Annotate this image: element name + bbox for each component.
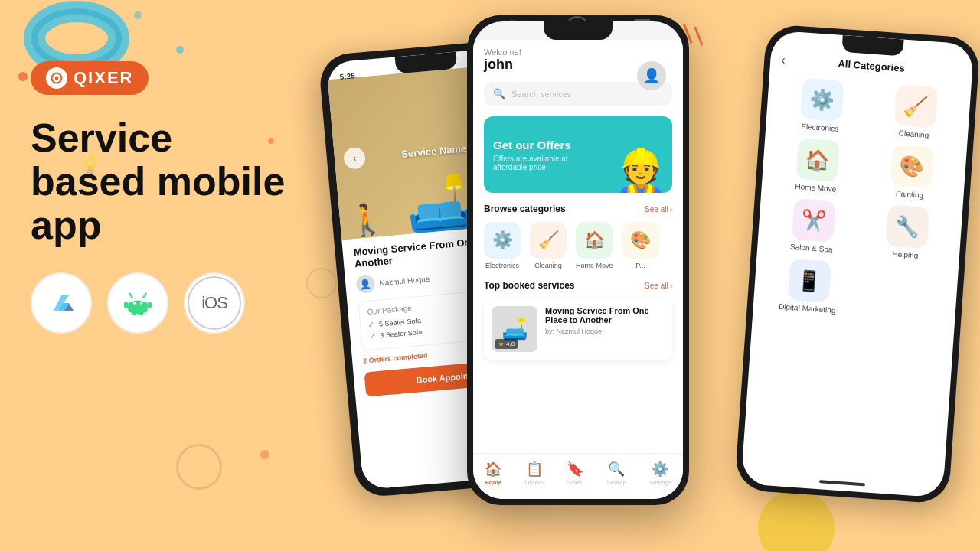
- nav-settings[interactable]: ⚙️ Settings: [649, 461, 671, 486]
- ios-label: iOS: [188, 276, 241, 330]
- phone-1-time: 5:25: [339, 71, 355, 81]
- booked-card-content: Moving Service From One Place to Another…: [545, 306, 665, 352]
- phone-2-categories: ⚙️ Electronics 🧹 Cleaning 🏠 Home Move 🎨 …: [484, 222, 672, 269]
- phone-2-banner: Get our Offers Offers are available at a…: [484, 116, 672, 193]
- browse-see-all[interactable]: See all ›: [645, 205, 672, 214]
- search-icon: 🔍: [493, 88, 505, 99]
- painting-icon: 🎨: [622, 222, 659, 259]
- phone3-cat-salon[interactable]: ✂️ Salon & Spa: [768, 197, 858, 256]
- phone3-painting-icon: 🎨: [890, 145, 934, 189]
- phone-3: ‹ All Categories ⚙️ Electronics 🧹 Cleani…: [734, 24, 980, 504]
- svg-point-17: [140, 302, 143, 305]
- phone-2-bottom-nav: 🏠 Home 📋 Orders 🔖 Saved 🔍 Search ⚙️: [473, 453, 683, 499]
- cat-electronics[interactable]: ⚙️ Electronics: [484, 222, 521, 269]
- orders-completed: 2 Orders completed: [363, 351, 428, 364]
- svg-rect-21: [139, 310, 143, 315]
- top-booked-header: Top booked services See all ›: [484, 280, 672, 291]
- nav-orders[interactable]: 📋 Orders: [524, 461, 543, 486]
- svg-point-3: [134, 11, 142, 19]
- saved-nav-icon: 🔖: [567, 461, 583, 478]
- electronics-icon: ⚙️: [484, 222, 521, 259]
- svg-point-16: [133, 302, 136, 305]
- deco-circle-1: [176, 444, 222, 490]
- booked-card[interactable]: 🛋️ ★ 4.0 Moving Service From One Place t…: [484, 298, 672, 360]
- cat-cleaning-label: Cleaning: [534, 262, 562, 269]
- svg-point-2: [18, 72, 28, 81]
- phone3-cat-cleaning[interactable]: 🧹 Cleaning: [871, 83, 961, 142]
- android-badge: [107, 272, 168, 334]
- cat-painting[interactable]: 🎨 P...: [622, 222, 659, 269]
- svg-rect-20: [132, 310, 136, 315]
- cat-painting-label: P...: [635, 262, 645, 269]
- phone3-painting-label: Painting: [896, 189, 924, 199]
- phone-1-avatar: 👤: [355, 274, 375, 294]
- phone-2: Welcome! john 👤 🔍 Search services Get ou…: [467, 15, 689, 505]
- star-icon: ★: [498, 341, 504, 347]
- home-nav-icon: 🏠: [485, 461, 501, 478]
- phone-2-screen: Welcome! john 👤 🔍 Search services Get ou…: [473, 21, 683, 499]
- phones-area: 5:25 ▪▪▪ 📶 🛋️ 🚶 🚶 Service Name ‹ Moving …: [291, 0, 980, 551]
- phone3-cleaning-icon: 🧹: [893, 84, 938, 129]
- brand-badge: QIXER: [31, 61, 149, 95]
- svg-line-15: [143, 293, 146, 297]
- phone-3-bottom-indicator: [741, 474, 943, 491]
- rating-badge: ★ 4.0: [495, 339, 518, 349]
- cat-cleaning[interactable]: 🧹 Cleaning: [530, 222, 567, 269]
- svg-point-8: [55, 77, 59, 80]
- search-nav-icon: 🔍: [608, 461, 625, 478]
- settings-nav-label: Settings: [649, 479, 671, 486]
- phone3-cat-electronics[interactable]: ⚙️ Electronics: [776, 76, 867, 135]
- nav-saved[interactable]: 🔖 Saved: [567, 461, 584, 486]
- phone3-helping-label: Helping: [892, 249, 919, 259]
- search-placeholder: Search services: [511, 90, 571, 99]
- phone-1-author-name: Nazmul Hoque: [379, 274, 430, 287]
- phone-3-categories-grid: ⚙️ Electronics 🧹 Cleaning 🏠 Home Move 🎨 …: [753, 67, 972, 331]
- svg-rect-13: [128, 302, 147, 312]
- phone3-cat-painting[interactable]: 🎨 Painting: [866, 143, 956, 202]
- phone-2-body: Welcome! john 👤 🔍 Search services Get ou…: [473, 40, 683, 471]
- browse-section-header: Browse categories See all ›: [484, 204, 672, 214]
- left-content: QIXER Service based mobile app: [31, 61, 291, 334]
- ios-badge: iOS: [184, 272, 245, 334]
- svg-rect-19: [148, 302, 152, 308]
- phone3-digital-icon: 📱: [787, 259, 831, 303]
- phone3-cleaning-label: Cleaning: [898, 129, 929, 139]
- platform-badges: iOS: [31, 272, 291, 334]
- phone-2-user-icon: 👤: [637, 61, 666, 90]
- orders-nav-icon: 📋: [526, 461, 543, 478]
- browse-section-title: Browse categories: [484, 204, 566, 214]
- cleaning-icon: 🧹: [530, 222, 567, 259]
- banner-person: 👷: [614, 150, 668, 193]
- rating-value: 4.0: [506, 341, 514, 347]
- headline: Service based mobile app: [31, 116, 291, 248]
- settings-nav-icon: ⚙️: [652, 461, 668, 478]
- phone-3-screen: ‹ All Categories ⚙️ Electronics 🧹 Cleani…: [741, 31, 975, 498]
- svg-rect-18: [124, 302, 128, 308]
- phone3-cat-digital[interactable]: 📱 Digital Marketing: [764, 257, 854, 316]
- deco-dot-3: [260, 450, 270, 459]
- phone3-helping-icon: 🔧: [885, 205, 929, 249]
- phone3-electronics-icon: ⚙️: [800, 77, 844, 122]
- phone-2-notch: [544, 21, 612, 40]
- top-booked-see-all[interactable]: See all ›: [645, 282, 672, 290]
- phone3-salon-icon: ✂️: [792, 198, 836, 243]
- phone3-salon-label: Salon & Spa: [790, 243, 833, 254]
- booked-card-author: by: Nazmul Hoque: [545, 328, 665, 335]
- top-booked-title: Top booked services: [484, 280, 574, 291]
- phone-3-back-button[interactable]: ‹: [781, 53, 786, 67]
- flutter-badge: [31, 272, 92, 334]
- booked-card-title: Moving Service From One Place to Another: [545, 306, 665, 324]
- search-nav-label: Search: [607, 479, 626, 486]
- cat-home-move[interactable]: 🏠 Home Move: [576, 222, 613, 269]
- phone3-cat-home-move[interactable]: 🏠 Home Move: [773, 136, 863, 195]
- nav-home[interactable]: 🏠 Home: [485, 461, 501, 486]
- nav-search[interactable]: 🔍 Search: [607, 461, 626, 486]
- svg-line-14: [129, 293, 132, 297]
- banner-subtitle: Offers are available at affordable price: [493, 155, 593, 171]
- orders-nav-label: Orders: [524, 479, 543, 486]
- cat-home-move-label: Home Move: [576, 262, 613, 269]
- phone3-digital-label: Digital Marketing: [779, 302, 836, 315]
- booked-card-image: 🛋️ ★ 4.0: [492, 306, 537, 352]
- brand-logo: [46, 67, 67, 89]
- phone3-cat-helping[interactable]: 🔧 Helping: [862, 204, 952, 262]
